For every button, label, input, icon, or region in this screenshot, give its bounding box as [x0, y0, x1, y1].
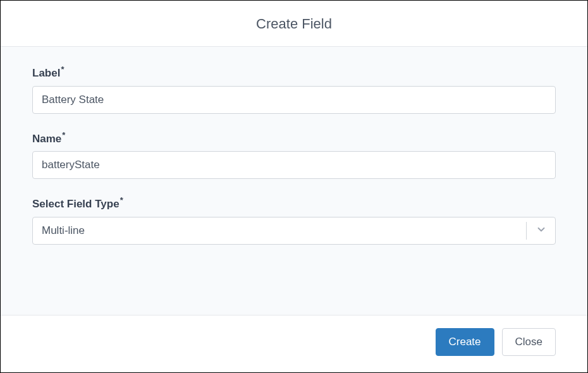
label-field-label: Label* [32, 64, 556, 80]
required-asterisk: * [62, 130, 65, 140]
create-button[interactable]: Create [436, 328, 494, 356]
label-field-label-text: Label [32, 67, 60, 79]
name-form-group: Name* [32, 130, 556, 180]
type-select-wrapper: Multi-line [32, 217, 556, 245]
type-select-value: Multi-line [42, 224, 85, 237]
required-asterisk: * [61, 64, 64, 74]
name-field-label-text: Name [32, 132, 61, 144]
modal-body: Label* Name* Select Field Type* Multi-li… [1, 47, 587, 315]
close-button[interactable]: Close [502, 328, 556, 356]
label-input[interactable] [32, 86, 556, 114]
modal-header: Create Field [1, 1, 587, 47]
create-field-modal: Create Field Label* Name* Select Field T… [0, 0, 588, 373]
required-asterisk: * [120, 195, 123, 205]
type-field-label-text: Select Field Type [32, 198, 119, 210]
name-input[interactable] [32, 151, 556, 179]
name-field-label: Name* [32, 130, 556, 145]
type-field-label: Select Field Type* [32, 195, 556, 211]
modal-footer: Create Close [1, 315, 587, 372]
type-select[interactable]: Multi-line [32, 217, 556, 245]
modal-title: Create Field [1, 16, 587, 32]
type-form-group: Select Field Type* Multi-line [32, 195, 556, 245]
label-form-group: Label* [32, 64, 556, 114]
